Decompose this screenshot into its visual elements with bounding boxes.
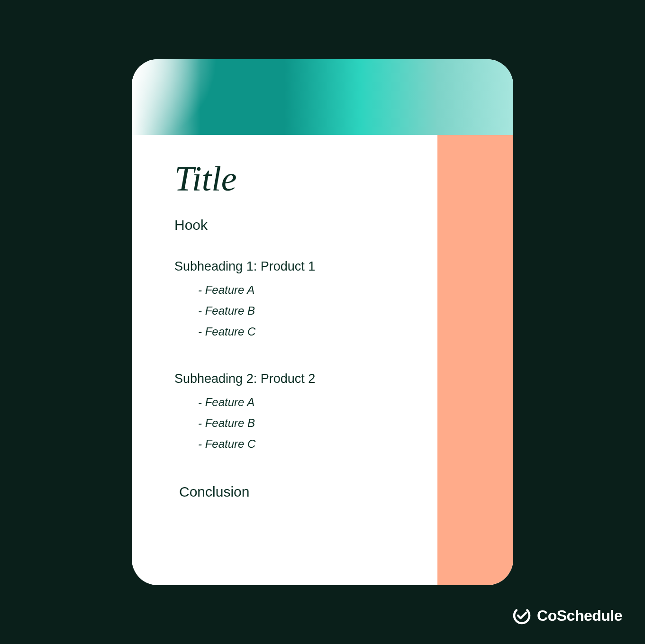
section-1: Subheading 1: Product 1 Feature A Featur… [174,259,395,338]
card-header-gradient [132,59,513,135]
subheading-1: Subheading 1: Product 1 [174,259,395,274]
feature-item: Feature B [198,304,395,317]
content-area: Title Hook Subheading 1: Product 1 Featu… [132,135,437,585]
hook-label: Hook [174,217,395,233]
conclusion-label: Conclusion [174,484,395,500]
feature-list-1: Feature A Feature B Feature C [174,283,395,338]
feature-item: Feature C [198,325,395,338]
brand-logo: CoSchedule [512,606,622,625]
coschedule-icon [512,606,531,625]
peach-sidebar-stripe [437,135,513,585]
subheading-2: Subheading 2: Product 2 [174,372,395,386]
feature-item: Feature B [198,417,395,430]
brand-name: CoSchedule [537,607,622,625]
card-body: Title Hook Subheading 1: Product 1 Featu… [132,135,513,585]
feature-list-2: Feature A Feature B Feature C [174,396,395,451]
feature-item: Feature C [198,437,395,451]
feature-item: Feature A [198,396,395,409]
section-2: Subheading 2: Product 2 Feature A Featur… [174,372,395,451]
outline-card: Title Hook Subheading 1: Product 1 Featu… [132,59,513,585]
feature-item: Feature A [198,283,395,297]
title-heading: Title [174,159,395,199]
